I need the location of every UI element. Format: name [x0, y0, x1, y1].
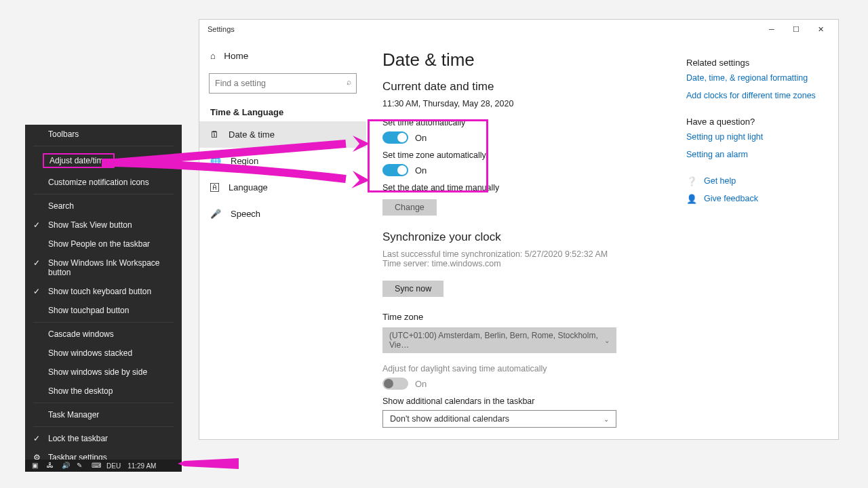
chevron-down-icon: ⌄	[604, 415, 609, 423]
sidebar-item-label: Language	[229, 182, 268, 192]
sidebar-item-label: Region	[231, 156, 258, 166]
taskbar[interactable]: ▣ 🖧 🔊 ✎ ⌨ DEU 11:29 AM	[25, 460, 182, 472]
ctx-label: Show windows stacked	[48, 348, 132, 358]
question-heading: Have a question?	[686, 117, 822, 127]
ctx-show-touchpad[interactable]: Show touchpad button	[25, 301, 182, 320]
ctx-label: Show touchpad button	[48, 306, 129, 315]
check-icon: ✓	[33, 287, 40, 296]
ctx-cascade-windows[interactable]: Cascade windows	[25, 325, 182, 344]
sync-server: Time server: time.windows.com	[382, 259, 822, 268]
ctx-label: Show windows side by side	[48, 367, 147, 377]
check-icon: ✓	[33, 220, 40, 230]
pen-icon[interactable]: ✎	[77, 462, 85, 470]
link-add-clocks[interactable]: Add clocks for different time zones	[686, 91, 822, 100]
sidebar-home[interactable]: ⌂ Home	[199, 45, 366, 66]
link-give-feedback[interactable]: Give feedback	[704, 194, 758, 203]
chevron-down-icon: ⌄	[604, 337, 610, 344]
sidebar-item-label: Speech	[231, 209, 260, 219]
add-cal-label: Show additional calendars in the taskbar	[382, 396, 822, 406]
ctx-show-stacked[interactable]: Show windows stacked	[25, 344, 182, 363]
set-time-auto-toggle[interactable]	[382, 131, 408, 144]
separator	[33, 146, 174, 146]
separator	[33, 194, 174, 195]
help-icon: ❔	[686, 176, 697, 186]
home-icon: ⌂	[210, 51, 216, 61]
toggle-state: On	[415, 165, 427, 176]
close-button[interactable]: ✕	[808, 20, 833, 38]
ctx-show-people[interactable]: Show People on the taskbar	[25, 235, 182, 253]
sidebar-item-date-time[interactable]: 🗓 Date & time	[199, 121, 366, 148]
sidebar-item-language[interactable]: 🄰 Language	[199, 174, 366, 201]
ctx-label: Customize notification icons	[48, 178, 149, 187]
ctx-show-task-view[interactable]: ✓Show Task View button	[25, 216, 182, 235]
tz-select[interactable]: (UTC+01:00) Amsterdam, Berlin, Bern, Rom…	[382, 327, 616, 353]
check-icon: ✓	[33, 434, 40, 443]
set-tz-auto-toggle[interactable]	[382, 164, 408, 176]
add-cal-select[interactable]: Don't show additional calendars ⌄	[382, 410, 616, 428]
maximize-button[interactable]: ☐	[784, 20, 808, 38]
clock[interactable]: 11:29 AM	[127, 462, 156, 470]
toggle-state: On	[415, 133, 427, 143]
keyboard-icon[interactable]: ⌨	[92, 462, 100, 470]
related-settings-heading: Related settings	[686, 58, 822, 68]
window-title: Settings	[208, 25, 235, 33]
ctx-show-ink-workspace[interactable]: ✓Show Windows Ink Workspace button	[25, 253, 182, 282]
separator	[33, 322, 174, 323]
ctx-label: Search	[48, 201, 74, 211]
ctx-lock-taskbar[interactable]: ✓Lock the taskbar	[25, 429, 182, 448]
ctx-customize-notification-icons[interactable]: Customize notification icons	[25, 173, 182, 192]
ctx-label: Adjust date/time	[43, 153, 115, 168]
ctx-label: Task Manager	[48, 410, 99, 420]
dst-toggle	[382, 378, 408, 390]
separator	[33, 426, 174, 427]
sidebar-item-region[interactable]: 🌐 Region	[199, 148, 366, 174]
feedback-icon: 👤	[686, 193, 697, 204]
sync-last: Last successful time synchronization: 5/…	[382, 249, 822, 259]
language-indicator[interactable]: DEU	[106, 462, 121, 470]
titlebar: Settings ─ ☐ ✕	[199, 20, 838, 39]
globe-icon: 🌐	[210, 156, 221, 166]
mic-icon: 🎤	[210, 209, 221, 219]
link-night-light[interactable]: Setting up night light	[686, 132, 822, 142]
search-icon: ⌕	[347, 77, 351, 87]
annotation-arrow-clock	[178, 454, 239, 473]
ctx-adjust-date-time[interactable]: Adjust date/time	[25, 148, 182, 173]
tz-value: (UTC+01:00) Amsterdam, Berlin, Bern, Rom…	[389, 331, 604, 350]
tz-heading: Time zone	[382, 312, 822, 322]
ctx-toolbars[interactable]: Toolbars	[25, 125, 182, 144]
ctx-show-desktop[interactable]: Show the desktop	[25, 382, 182, 401]
related-rail: Related settings Date, time, & regional …	[686, 49, 822, 211]
change-button[interactable]: Change	[382, 199, 437, 216]
language-icon: 🄰	[210, 182, 219, 192]
ctx-label: Lock the taskbar	[48, 434, 108, 443]
dst-label: Adjust for daylight saving time automati…	[382, 364, 822, 373]
sidebar: ⌂ Home ⌕ Time & Language 🗓 Date & time 🌐…	[199, 39, 366, 439]
ctx-show-side-by-side[interactable]: Show windows side by side	[25, 363, 182, 382]
taskbar-context-menu: Toolbars Adjust date/time Customize noti…	[25, 125, 182, 468]
network-icon[interactable]: 🖧	[47, 462, 55, 470]
ctx-label: Show touch keyboard button	[48, 287, 151, 296]
link-setting-alarm[interactable]: Setting an alarm	[686, 150, 822, 159]
svg-marker-3	[178, 458, 239, 469]
search-input[interactable]	[209, 73, 357, 94]
link-date-time-regional[interactable]: Date, time, & regional formatting	[686, 73, 822, 83]
ctx-task-manager[interactable]: Task Manager	[25, 405, 182, 424]
link-get-help[interactable]: Get help	[704, 176, 736, 186]
minimize-button[interactable]: ─	[760, 20, 784, 38]
home-label: Home	[224, 51, 248, 61]
sidebar-item-label: Date & time	[229, 129, 275, 140]
volume-icon[interactable]: 🔊	[62, 462, 70, 470]
ctx-label: Toolbars	[48, 129, 79, 139]
sync-now-button[interactable]: Sync now	[382, 281, 443, 297]
add-cal-value: Don't show additional calendars	[390, 414, 509, 424]
settings-window: Settings ─ ☐ ✕ ⌂ Home ⌕ Time & Language …	[199, 19, 839, 440]
ctx-show-touch-keyboard[interactable]: ✓Show touch keyboard button	[25, 282, 182, 301]
sidebar-search: ⌕	[209, 73, 357, 94]
ctx-label: Cascade windows	[48, 329, 114, 339]
tray-icon[interactable]: ▣	[32, 462, 40, 470]
sidebar-heading: Time & Language	[199, 100, 366, 121]
sidebar-item-speech[interactable]: 🎤 Speech	[199, 201, 366, 227]
ctx-search[interactable]: Search	[25, 197, 182, 216]
calendar-icon: 🗓	[210, 129, 219, 140]
check-icon: ✓	[33, 258, 40, 268]
